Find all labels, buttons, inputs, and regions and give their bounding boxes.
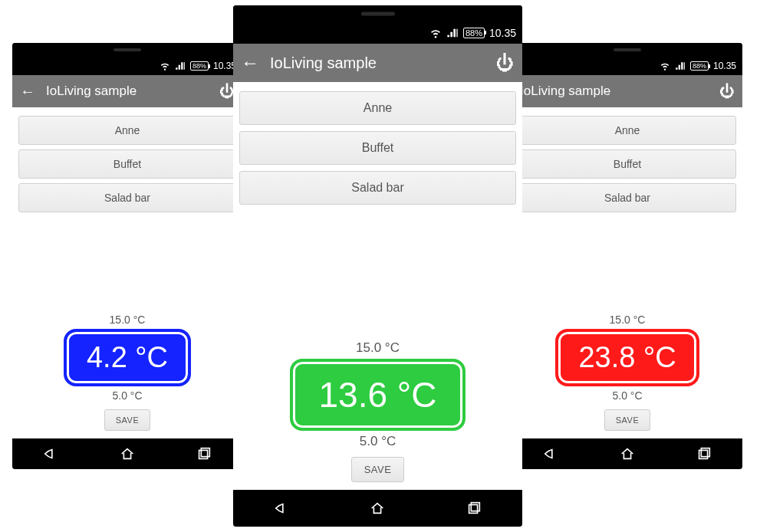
- status-time: 10.35: [489, 27, 516, 39]
- back-icon[interactable]: ←: [20, 83, 35, 100]
- svg-rect-1: [201, 448, 209, 457]
- svg-rect-0: [199, 450, 208, 458]
- back-icon[interactable]: ←: [241, 52, 259, 74]
- power-icon[interactable]: ⏻: [496, 52, 515, 74]
- save-button[interactable]: SAVE: [604, 409, 651, 431]
- phone-right: 88% 10.35 IoLiving sample ⏻ Anne Buffet …: [512, 43, 742, 469]
- lower-limit: 5.0 °C: [612, 389, 642, 402]
- android-nav-bar: [512, 438, 742, 469]
- sensor-button-anne[interactable]: Anne: [518, 116, 736, 145]
- upper-limit: 15.0 °C: [110, 314, 146, 326]
- phone-bezel: [12, 43, 242, 57]
- power-icon[interactable]: ⏻: [719, 83, 735, 100]
- app-title: IoLiving sample: [270, 54, 485, 72]
- nav-back-icon[interactable]: [542, 445, 559, 462]
- phone-screen: 88% 10.35 ← IoLiving sample ⏻ Anne Buffe…: [233, 22, 522, 527]
- phone-bezel: [233, 5, 522, 22]
- phone-screen: 88% 10.35 IoLiving sample ⏻ Anne Buffet …: [512, 57, 742, 469]
- android-nav-bar: [12, 438, 242, 469]
- upper-limit: 15.0 °C: [356, 340, 400, 356]
- nav-recent-icon[interactable]: [696, 445, 712, 462]
- nav-recent-icon[interactable]: [466, 500, 482, 517]
- status-bar: 88% 10.35: [233, 22, 522, 44]
- sensor-button-anne[interactable]: Anne: [18, 116, 236, 145]
- sensor-button-saladbar[interactable]: Salad bar: [239, 171, 516, 205]
- sensor-button-saladbar[interactable]: Salad bar: [18, 183, 236, 212]
- phone-left: 88% 10.35 ← IoLiving sample ⏻ Anne Buffe…: [12, 43, 242, 469]
- content-area: Anne Buffet Salad bar 15.0 °C 4.2 °C 5.0…: [12, 107, 242, 438]
- app-bar: ← IoLiving sample ⏻: [12, 75, 242, 107]
- sensor-button-buffet[interactable]: Buffet: [239, 131, 516, 165]
- temperature-card: 23.8 °C: [555, 329, 699, 386]
- save-button[interactable]: SAVE: [351, 457, 405, 482]
- wifi-icon: [429, 27, 442, 39]
- wifi-icon: [660, 61, 670, 71]
- phone-center: 88% 10.35 ← IoLiving sample ⏻ Anne Buffe…: [233, 5, 522, 527]
- temperature-card: 13.6 °C: [290, 359, 466, 431]
- svg-rect-3: [471, 503, 479, 511]
- save-button[interactable]: SAVE: [104, 409, 151, 431]
- nav-recent-icon[interactable]: [196, 445, 212, 462]
- app-title: IoLiving sample: [520, 84, 709, 99]
- lower-limit: 5.0 °C: [360, 434, 396, 449]
- temperature-card: 4.2 °C: [64, 329, 191, 386]
- signal-icon: [675, 61, 686, 71]
- content-area: Anne Buffet Salad bar 15.0 °C 23.8 °C 5.…: [512, 107, 742, 438]
- temperature-value: 4.2 °C: [70, 335, 185, 380]
- content-area: Anne Buffet Salad bar 15.0 °C 13.6 °C 5.…: [233, 82, 522, 490]
- battery-indicator: 88%: [463, 28, 485, 38]
- app-bar: ← IoLiving sample ⏻: [233, 44, 522, 82]
- status-bar: 88% 10.35: [12, 57, 242, 75]
- upper-limit: 15.0 °C: [610, 314, 646, 326]
- nav-home-icon[interactable]: [119, 445, 136, 462]
- sensor-button-saladbar[interactable]: Salad bar: [518, 183, 736, 212]
- lower-limit: 5.0 °C: [112, 389, 142, 402]
- status-time: 10.35: [713, 61, 736, 71]
- power-icon[interactable]: ⏻: [219, 83, 235, 100]
- svg-rect-4: [699, 450, 708, 458]
- temperature-value: 13.6 °C: [296, 365, 460, 425]
- nav-home-icon[interactable]: [619, 445, 636, 462]
- nav-back-icon[interactable]: [273, 500, 290, 517]
- status-bar: 88% 10.35: [512, 57, 742, 75]
- sensor-button-buffet[interactable]: Buffet: [18, 149, 236, 179]
- phone-bezel: [512, 43, 742, 57]
- sensor-button-buffet[interactable]: Buffet: [518, 149, 736, 179]
- temperature-value: 23.8 °C: [561, 335, 693, 380]
- phone-screen: 88% 10.35 ← IoLiving sample ⏻ Anne Buffe…: [12, 57, 242, 469]
- svg-rect-2: [469, 504, 478, 513]
- signal-icon: [175, 61, 186, 71]
- app-bar: IoLiving sample ⏻: [512, 75, 742, 107]
- app-title: IoLiving sample: [46, 84, 209, 99]
- nav-back-icon[interactable]: [42, 445, 59, 462]
- android-nav-bar: [233, 490, 522, 527]
- battery-indicator: 88%: [190, 61, 209, 71]
- wifi-icon: [160, 61, 170, 71]
- nav-home-icon[interactable]: [369, 500, 386, 517]
- sensor-button-anne[interactable]: Anne: [239, 91, 516, 125]
- svg-rect-5: [701, 448, 709, 457]
- battery-indicator: 88%: [690, 61, 709, 71]
- signal-icon: [446, 27, 459, 39]
